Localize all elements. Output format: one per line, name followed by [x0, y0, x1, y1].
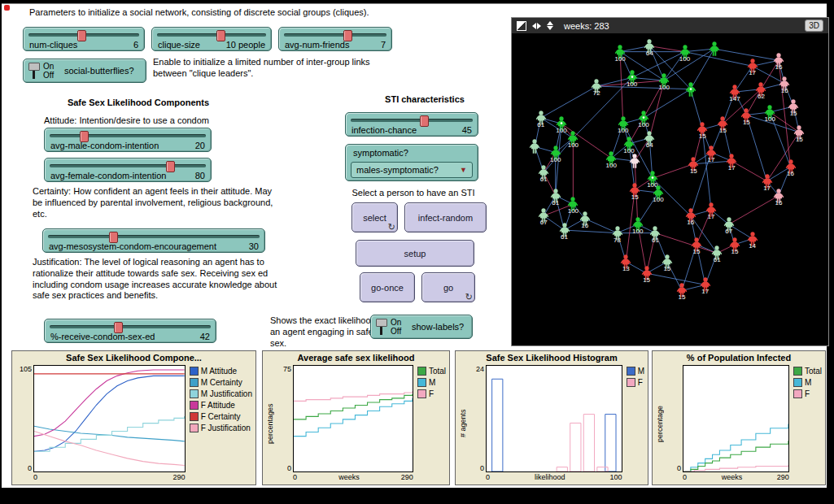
person-node[interactable]: 16: [578, 211, 592, 227]
person-node[interactable]: 15: [715, 115, 730, 132]
chooser-dropdown[interactable]: males-symptomatic? ▼: [351, 162, 473, 178]
slider-value: 6: [133, 40, 138, 50]
switch-show-labels[interactable]: On Off show-labels?: [370, 315, 473, 339]
person-node[interactable]: 17: [698, 276, 713, 293]
go-button[interactable]: go ↻: [421, 272, 475, 302]
person-node[interactable]: 100: [678, 44, 692, 60]
slider-avg-mesosystem-condom-encouragement[interactable]: avg-mesosystem-condom-encouragement30: [42, 228, 265, 253]
person-node[interactable]: 16: [683, 207, 698, 224]
person-node[interactable]: 100: [625, 69, 640, 85]
window-control-dot[interactable]: [4, 5, 10, 11]
person-node[interactable]: 61: [557, 222, 572, 238]
person-node[interactable]: 15: [792, 124, 806, 141]
legend-swatch: [417, 389, 426, 398]
person-node[interactable]: 64: [642, 130, 657, 146]
person-node[interactable]: 61: [534, 110, 548, 126]
person-node[interactable]: 15: [786, 98, 801, 115]
switch-handle[interactable]: [28, 63, 40, 71]
plot-likelihood-histogram: Safe Sex Likelihood Histogram # agents 2…: [455, 350, 648, 485]
person-node[interactable]: 15: [640, 265, 654, 281]
person-node[interactable]: 16: [771, 188, 786, 204]
person-node[interactable]: 17: [745, 58, 760, 74]
plot-xticks: 0290: [33, 472, 186, 482]
network-canvas[interactable]: 1006410010010072171614762161510015156110…: [512, 33, 828, 345]
person-node[interactable]: 15: [739, 107, 753, 124]
person-node[interactable]: 15: [686, 156, 701, 172]
legend-item: F: [417, 389, 446, 398]
slider-infection-chance[interactable]: infection-chance45: [345, 112, 478, 137]
person-node[interactable]: 100: [613, 44, 627, 60]
slider-track[interactable]: [50, 134, 206, 137]
person-node[interactable]: [707, 41, 722, 57]
person-node[interactable]: 17: [704, 145, 718, 161]
slider-avg-female-condom-intention[interactable]: avg-female-condom-intention80: [44, 158, 212, 182]
slider-num-cliques[interactable]: num-cliques6: [23, 27, 145, 51]
zoom-icon[interactable]: [517, 21, 526, 31]
horizontal-arrows-icon[interactable]: [532, 23, 541, 29]
person-node[interactable]: 61: [710, 245, 724, 261]
plot-series: [294, 391, 413, 401]
view-3d-button[interactable]: 3D: [805, 20, 823, 32]
person-node[interactable]: 64: [642, 38, 657, 54]
person-node[interactable]: 100: [565, 130, 580, 146]
slider-track[interactable]: [50, 325, 211, 328]
slider-clique-size[interactable]: clique-size10 people: [151, 27, 272, 51]
slider-track[interactable]: [50, 164, 206, 167]
person-node[interactable]: 72: [589, 78, 604, 94]
slider-avg-num-friends[interactable]: avg-num-friends7: [278, 27, 392, 51]
person-node[interactable]: 100: [657, 72, 671, 89]
person-node[interactable]: 100: [604, 150, 618, 167]
person-node[interactable]: 15: [660, 254, 675, 270]
person-node[interactable]: 100: [622, 136, 636, 152]
switch-handle[interactable]: [376, 319, 387, 327]
person-node[interactable]: 62: [753, 81, 768, 98]
slider-track[interactable]: [48, 235, 260, 238]
person-node[interactable]: 100: [631, 216, 645, 232]
person-node[interactable]: 61: [648, 225, 662, 241]
person-node[interactable]: 15: [689, 237, 704, 253]
person-node[interactable]: 15: [675, 282, 689, 298]
person-node[interactable]: 100: [616, 115, 631, 132]
select-person-note: Select a person to have an STI: [340, 188, 487, 199]
person-node[interactable]: 147: [727, 84, 742, 100]
infect-random-button[interactable]: infect-random: [404, 202, 487, 232]
person-node[interactable]: [527, 138, 542, 154]
person-node[interactable]: 67: [722, 216, 736, 232]
legend-label: F Certainty: [201, 412, 241, 421]
person-node[interactable]: 100: [651, 185, 666, 201]
person-node[interactable]: 61: [548, 188, 563, 204]
person-node[interactable]: [627, 153, 642, 169]
slider-receive-condom-sex-ed[interactable]: %-receive-condom-sex-ed42: [44, 319, 216, 343]
world-view[interactable]: weeks: 283 3D 10064100100100721716147621…: [511, 17, 829, 346]
person-node[interactable]: 100: [636, 110, 651, 126]
person-node[interactable]: 61: [536, 164, 551, 180]
person-node[interactable]: 15: [695, 121, 710, 137]
vertical-arrows-icon[interactable]: [547, 21, 553, 30]
legend-swatch: [627, 367, 635, 376]
setup-button[interactable]: setup: [356, 240, 474, 267]
person-node[interactable]: 100: [762, 104, 777, 120]
person-node[interactable]: [683, 81, 698, 98]
switch-social-butterflies[interactable]: On Off social-butterflies?: [23, 59, 146, 83]
person-node[interactable]: 78: [610, 225, 625, 241]
person-node[interactable]: 100: [548, 145, 563, 161]
chooser-symptomatic[interactable]: symptomatic? males-symptomatic? ▼: [345, 144, 478, 181]
select-button[interactable]: select ↻: [352, 202, 398, 232]
go-once-button[interactable]: go-once: [360, 272, 415, 302]
person-node[interactable]: 13: [618, 254, 633, 270]
person-node[interactable]: 16: [777, 76, 792, 92]
person-node[interactable]: 15: [627, 182, 642, 198]
person-node[interactable]: 15: [727, 237, 742, 253]
chevron-down-icon: ▼: [460, 166, 467, 174]
person-node[interactable]: 16: [771, 52, 786, 68]
person-node[interactable]: 17: [704, 202, 718, 218]
person-node[interactable]: 17: [724, 153, 739, 169]
person-node[interactable]: 16: [784, 159, 798, 175]
slider-avg-male-condom-intention[interactable]: avg-male-condom-intention20: [44, 128, 212, 152]
person-node[interactable]: 14: [745, 231, 760, 247]
slider-track[interactable]: [157, 33, 266, 37]
slider-track[interactable]: [284, 33, 386, 37]
person-node[interactable]: 67: [536, 207, 551, 224]
slider-track[interactable]: [351, 119, 473, 122]
histogram-bar: [570, 423, 581, 471]
